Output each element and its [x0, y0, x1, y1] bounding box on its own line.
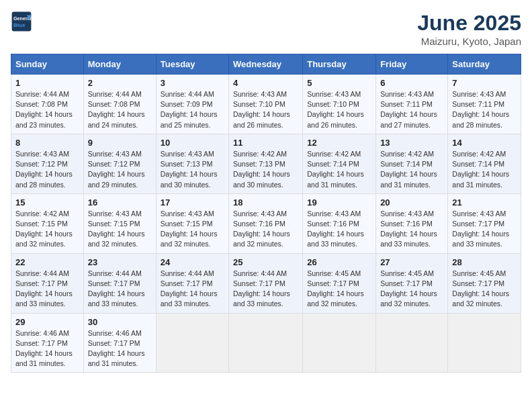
day-number: 20	[380, 197, 443, 208]
day-info: Sunrise: 4:43 AM Sunset: 7:17 PM Dayligh…	[452, 209, 517, 250]
calendar-title: June 2025	[417, 11, 521, 36]
day-info: Sunrise: 4:43 AM Sunset: 7:15 PM Dayligh…	[161, 209, 224, 250]
calendar-cell: 27Sunrise: 4:45 AM Sunset: 7:17 PM Dayli…	[376, 253, 448, 313]
day-info: Sunrise: 4:43 AM Sunset: 7:16 PM Dayligh…	[380, 209, 443, 250]
day-number: 12	[307, 138, 371, 148]
day-info: Sunrise: 4:44 AM Sunset: 7:08 PM Dayligh…	[15, 89, 79, 130]
day-info: Sunrise: 4:42 AM Sunset: 7:14 PM Dayligh…	[307, 149, 371, 190]
day-info: Sunrise: 4:42 AM Sunset: 7:14 PM Dayligh…	[452, 149, 517, 190]
calendar-subtitle: Maizuru, Kyoto, Japan	[417, 36, 521, 47]
calendar-week-0: 1Sunrise: 4:44 AM Sunset: 7:08 PM Daylig…	[11, 75, 521, 134]
calendar-cell	[303, 313, 376, 373]
calendar-cell: 18Sunrise: 4:43 AM Sunset: 7:16 PM Dayli…	[229, 193, 303, 253]
logo-icon: General Blue	[11, 11, 32, 32]
calendar-week-1: 8Sunrise: 4:43 AM Sunset: 7:12 PM Daylig…	[11, 134, 521, 193]
calendar-cell: 11Sunrise: 4:42 AM Sunset: 7:13 PM Dayli…	[229, 134, 303, 193]
day-info: Sunrise: 4:43 AM Sunset: 7:10 PM Dayligh…	[233, 89, 298, 130]
day-number: 15	[15, 197, 79, 208]
calendar-cell: 30Sunrise: 4:46 AM Sunset: 7:17 PM Dayli…	[83, 313, 156, 373]
day-info: Sunrise: 4:42 AM Sunset: 7:14 PM Dayligh…	[380, 149, 443, 190]
day-info: Sunrise: 4:44 AM Sunset: 7:08 PM Dayligh…	[88, 89, 152, 130]
calendar-table: SundayMondayTuesdayWednesdayThursdayFrid…	[11, 54, 521, 373]
day-number: 4	[233, 78, 298, 88]
title-area: June 2025 Maizuru, Kyoto, Japan	[417, 11, 521, 47]
calendar-cell: 15Sunrise: 4:42 AM Sunset: 7:15 PM Dayli…	[11, 193, 84, 253]
calendar-cell: 22Sunrise: 4:44 AM Sunset: 7:17 PM Dayli…	[11, 253, 84, 313]
calendar-cell: 14Sunrise: 4:42 AM Sunset: 7:14 PM Dayli…	[448, 134, 521, 193]
header: General Blue June 2025 Maizuru, Kyoto, J…	[11, 11, 521, 47]
day-info: Sunrise: 4:43 AM Sunset: 7:10 PM Dayligh…	[307, 89, 371, 130]
day-info: Sunrise: 4:42 AM Sunset: 7:13 PM Dayligh…	[233, 149, 298, 190]
calendar-cell: 13Sunrise: 4:42 AM Sunset: 7:14 PM Dayli…	[376, 134, 448, 193]
calendar-cell: 7Sunrise: 4:43 AM Sunset: 7:11 PM Daylig…	[448, 75, 521, 134]
weekday-header-tuesday: Tuesday	[156, 54, 228, 75]
calendar-cell: 26Sunrise: 4:45 AM Sunset: 7:17 PM Dayli…	[303, 253, 376, 313]
day-info: Sunrise: 4:46 AM Sunset: 7:17 PM Dayligh…	[88, 328, 152, 369]
day-info: Sunrise: 4:43 AM Sunset: 7:11 PM Dayligh…	[452, 89, 517, 130]
day-number: 6	[380, 78, 443, 88]
calendar-cell: 8Sunrise: 4:43 AM Sunset: 7:12 PM Daylig…	[11, 134, 84, 193]
day-info: Sunrise: 4:43 AM Sunset: 7:11 PM Dayligh…	[380, 89, 443, 130]
day-info: Sunrise: 4:45 AM Sunset: 7:17 PM Dayligh…	[380, 269, 443, 310]
weekday-header-saturday: Saturday	[448, 54, 521, 75]
day-number: 7	[452, 78, 517, 88]
day-number: 2	[88, 78, 152, 88]
calendar-cell: 9Sunrise: 4:43 AM Sunset: 7:12 PM Daylig…	[83, 134, 156, 193]
calendar-cell: 16Sunrise: 4:43 AM Sunset: 7:15 PM Dayli…	[83, 193, 156, 253]
weekday-header-monday: Monday	[83, 54, 156, 75]
calendar-cell: 28Sunrise: 4:45 AM Sunset: 7:17 PM Dayli…	[448, 253, 521, 313]
calendar-cell: 29Sunrise: 4:46 AM Sunset: 7:17 PM Dayli…	[11, 313, 84, 373]
day-number: 17	[161, 197, 224, 208]
day-info: Sunrise: 4:44 AM Sunset: 7:09 PM Dayligh…	[161, 89, 224, 130]
calendar-cell: 6Sunrise: 4:43 AM Sunset: 7:11 PM Daylig…	[376, 75, 448, 134]
calendar-cell: 10Sunrise: 4:43 AM Sunset: 7:13 PM Dayli…	[156, 134, 228, 193]
day-number: 5	[307, 78, 371, 88]
calendar-week-4: 29Sunrise: 4:46 AM Sunset: 7:17 PM Dayli…	[11, 313, 521, 373]
day-number: 22	[15, 257, 79, 267]
calendar-cell: 25Sunrise: 4:44 AM Sunset: 7:17 PM Dayli…	[229, 253, 303, 313]
calendar-cell: 23Sunrise: 4:44 AM Sunset: 7:17 PM Dayli…	[83, 253, 156, 313]
day-number: 26	[307, 257, 371, 267]
calendar-cell: 17Sunrise: 4:43 AM Sunset: 7:15 PM Dayli…	[156, 193, 228, 253]
day-info: Sunrise: 4:45 AM Sunset: 7:17 PM Dayligh…	[452, 269, 517, 310]
weekday-header-row: SundayMondayTuesdayWednesdayThursdayFrid…	[11, 54, 521, 75]
day-info: Sunrise: 4:43 AM Sunset: 7:16 PM Dayligh…	[233, 209, 298, 250]
calendar-cell: 20Sunrise: 4:43 AM Sunset: 7:16 PM Dayli…	[376, 193, 448, 253]
day-number: 21	[452, 197, 517, 208]
calendar-cell: 4Sunrise: 4:43 AM Sunset: 7:10 PM Daylig…	[229, 75, 303, 134]
day-info: Sunrise: 4:44 AM Sunset: 7:17 PM Dayligh…	[15, 269, 79, 310]
calendar-cell: 3Sunrise: 4:44 AM Sunset: 7:09 PM Daylig…	[156, 75, 228, 134]
day-number: 30	[88, 317, 152, 327]
calendar-cell: 19Sunrise: 4:43 AM Sunset: 7:16 PM Dayli…	[303, 193, 376, 253]
day-number: 11	[233, 138, 298, 148]
calendar-cell: 21Sunrise: 4:43 AM Sunset: 7:17 PM Dayli…	[448, 193, 521, 253]
svg-text:Blue: Blue	[13, 22, 26, 28]
day-number: 13	[380, 138, 443, 148]
calendar-cell: 2Sunrise: 4:44 AM Sunset: 7:08 PM Daylig…	[83, 75, 156, 134]
calendar-cell	[376, 313, 448, 373]
calendar-cell: 1Sunrise: 4:44 AM Sunset: 7:08 PM Daylig…	[11, 75, 84, 134]
day-info: Sunrise: 4:43 AM Sunset: 7:13 PM Dayligh…	[161, 149, 224, 190]
calendar-week-2: 15Sunrise: 4:42 AM Sunset: 7:15 PM Dayli…	[11, 193, 521, 253]
day-number: 8	[15, 138, 79, 148]
day-number: 29	[15, 317, 79, 327]
calendar-week-3: 22Sunrise: 4:44 AM Sunset: 7:17 PM Dayli…	[11, 253, 521, 313]
calendar-cell	[448, 313, 521, 373]
calendar-cell: 24Sunrise: 4:44 AM Sunset: 7:17 PM Dayli…	[156, 253, 228, 313]
day-number: 18	[233, 197, 298, 208]
day-number: 25	[233, 257, 298, 267]
day-info: Sunrise: 4:44 AM Sunset: 7:17 PM Dayligh…	[88, 269, 152, 310]
day-number: 1	[15, 78, 79, 88]
calendar-cell	[156, 313, 228, 373]
day-number: 27	[380, 257, 443, 267]
day-info: Sunrise: 4:46 AM Sunset: 7:17 PM Dayligh…	[15, 328, 79, 369]
day-info: Sunrise: 4:43 AM Sunset: 7:12 PM Dayligh…	[15, 149, 79, 190]
logo: General Blue	[11, 11, 32, 32]
day-info: Sunrise: 4:45 AM Sunset: 7:17 PM Dayligh…	[307, 269, 371, 310]
day-number: 16	[88, 197, 152, 208]
weekday-header-thursday: Thursday	[303, 54, 376, 75]
day-number: 24	[161, 257, 224, 267]
day-info: Sunrise: 4:44 AM Sunset: 7:17 PM Dayligh…	[161, 269, 224, 310]
day-number: 10	[161, 138, 224, 148]
weekday-header-sunday: Sunday	[11, 54, 84, 75]
